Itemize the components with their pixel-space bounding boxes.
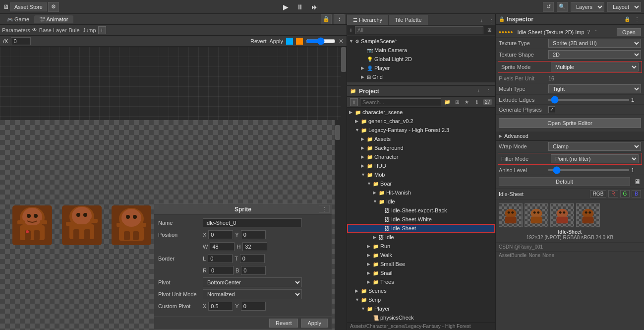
help-icon[interactable]: ?	[587, 29, 590, 35]
hierarchy-more-button[interactable]: ⋮	[487, 17, 495, 25]
proj-character-scene[interactable]: ▶ 📁 character_scene	[347, 108, 495, 117]
left-panel-scrollbar[interactable]	[341, 47, 347, 330]
sample-scene-item[interactable]: ▼ ⚙ SampleScene*	[347, 37, 495, 46]
settings-button[interactable]: ⚙	[48, 2, 59, 12]
proj-snail[interactable]: ▶ 📁 Snail	[347, 268, 495, 277]
project-folder-icon[interactable]: 📁	[443, 98, 451, 106]
step-button[interactable]: ⏭	[309, 3, 320, 11]
project-add-button[interactable]: +	[474, 87, 482, 95]
r-channel-button[interactable]: R	[608, 190, 618, 198]
proj-trees[interactable]: ▶ 📁 Trees	[347, 277, 495, 286]
inspector-lock-button[interactable]: 🔒	[623, 15, 631, 23]
sprite-more-button[interactable]: ⋮	[319, 205, 330, 213]
lock-button[interactable]: 🔒	[321, 14, 332, 24]
filter-mode-select[interactable]: Point (no filter)	[551, 154, 639, 163]
opacity-slider[interactable]	[306, 37, 336, 45]
proj-boar[interactable]: ▼ 📁 Boar	[347, 179, 495, 188]
pause-button[interactable]: ⏸	[294, 3, 305, 11]
generate-physics-checkbox[interactable]	[548, 106, 555, 113]
w-input[interactable]	[210, 242, 234, 251]
project-toolbar-add[interactable]: +	[350, 98, 358, 106]
more-options-button[interactable]: ⋮	[334, 14, 345, 24]
hierarchy-search-input[interactable]	[355, 26, 483, 34]
proj-physics-check[interactable]: 📜 physicsCheck	[347, 313, 495, 322]
pivot-select[interactable]: BottomCenter	[203, 277, 302, 287]
b-channel-button[interactable]: B	[632, 190, 641, 198]
play-button[interactable]: ▶	[281, 3, 291, 11]
layers-dropdown[interactable]: Layers	[571, 2, 604, 12]
proj-assets[interactable]: ▶ 📁 Assets	[347, 134, 495, 143]
sprite-revert-button[interactable]: Revert	[269, 319, 298, 328]
proj-idle-sheet[interactable]: 🖼 Idle-Sheet	[347, 224, 495, 233]
project-more-button[interactable]: ⋮	[484, 87, 492, 95]
pivot-unit-select[interactable]: Normalized	[203, 289, 302, 299]
texture-shape-select[interactable]: 2D	[548, 50, 641, 59]
proj-idle-folder[interactable]: ▶ 🖼 Idle	[347, 233, 495, 242]
proj-scrip[interactable]: ▼ 📁 Scrip	[347, 295, 495, 304]
player-item[interactable]: ▶ 👤 Player	[347, 64, 495, 72]
eye-icon[interactable]: 👁	[32, 27, 37, 33]
add-button[interactable]: +	[98, 26, 106, 34]
apply-button[interactable]: Apply	[269, 38, 283, 44]
h-input[interactable]	[242, 242, 267, 251]
sprite-apply-button[interactable]: Apply	[301, 319, 328, 328]
sprite-mode-select[interactable]: Multiple	[551, 63, 639, 71]
aniso-level-slider[interactable]	[548, 169, 629, 171]
proj-player[interactable]: ▼ 📁 Player	[347, 304, 495, 313]
hierarchy-expand-button[interactable]: ⊞	[485, 26, 493, 34]
layout-dropdown[interactable]: Layout	[607, 2, 641, 12]
proj-hud[interactable]: ▶ 📁 HUD	[347, 161, 495, 170]
history-button[interactable]: ↺	[543, 2, 554, 12]
wrap-mode-select[interactable]: Clamp	[548, 142, 641, 151]
game-tab[interactable]: 🎮 Game	[2, 15, 34, 23]
proj-walk[interactable]: ▶ 📁 Walk	[347, 251, 495, 260]
pos-x-input[interactable]	[208, 230, 233, 239]
asset-store-button[interactable]: Asset Store	[10, 2, 47, 11]
custom-x-input[interactable]	[208, 302, 233, 311]
proj-hit-vanish[interactable]: ▶ 📁 Hit-Vanish	[347, 188, 495, 197]
border-r-input[interactable]	[209, 266, 234, 275]
grid-item[interactable]: ▶ ⊞ Grid	[347, 72, 495, 81]
proj-run[interactable]: ▶ 📁 Run	[347, 242, 495, 251]
texture-type-select[interactable]: Sprite (2D and UI)	[548, 39, 641, 48]
proj-generic-char[interactable]: ▶ 📁 generic_char_v0.2	[347, 117, 495, 126]
rgb-button[interactable]: RGB	[590, 190, 607, 198]
animator-tab[interactable]: 🎬 Animator	[34, 15, 73, 23]
proj-mob[interactable]: ▼ 📁 Mob	[347, 170, 495, 179]
inspector-settings-icon[interactable]: ⋮	[592, 28, 600, 36]
border-l-input[interactable]	[208, 254, 233, 263]
project-info-icon[interactable]: ℹ	[473, 98, 481, 106]
custom-y-input[interactable]	[241, 302, 266, 311]
revert-button[interactable]: Revert	[250, 38, 266, 44]
global-light-item[interactable]: 💡 Global Light 2D	[347, 55, 495, 64]
mesh-type-select[interactable]: Tight	[548, 84, 641, 93]
proj-idle-export-back[interactable]: 🖼 Idle-Sheet-export-Back	[347, 206, 495, 215]
proj-idle[interactable]: ▼ 📁 Idle	[347, 197, 495, 206]
x-input[interactable]	[11, 37, 31, 45]
hierarchy-add-button[interactable]: +	[477, 17, 485, 25]
open-button[interactable]: Open	[617, 28, 641, 36]
proj-legacy-fantasy[interactable]: ▼ 📁 Legacy-Fantasy - High Forest 2.3	[347, 126, 495, 134]
border-t-input[interactable]	[240, 254, 265, 263]
hierarchy-tab[interactable]: ☰ Hierarchy	[347, 15, 389, 25]
project-search-input[interactable]	[360, 98, 441, 106]
search-icon-button[interactable]: 🔍	[557, 2, 568, 12]
border-b-input[interactable]	[241, 266, 266, 275]
proj-character[interactable]: ▶ 📁 Character	[347, 152, 495, 161]
proj-scenes[interactable]: ▶ 📁 Scenes	[347, 286, 495, 295]
project-grid-icon[interactable]: ⊞	[453, 98, 461, 106]
sprite-scrollbar[interactable]	[335, 120, 341, 330]
default-button[interactable]: Default	[499, 177, 630, 186]
main-camera-item[interactable]: 📷 Main Camera	[347, 46, 495, 55]
proj-small-bee[interactable]: ▶ 📁 Small Bee	[347, 260, 495, 268]
tile-palette-tab[interactable]: Tile Palette	[389, 15, 428, 25]
g-channel-button[interactable]: G	[620, 190, 630, 198]
open-sprite-editor-button[interactable]: Open Sprite Editor	[499, 118, 641, 128]
project-star-icon[interactable]: ★	[463, 98, 471, 106]
inspector-more-button[interactable]: ⋮	[633, 15, 641, 23]
advanced-section[interactable]: ▶ Advanced	[496, 132, 644, 141]
extrude-edges-slider[interactable]	[548, 99, 629, 101]
proj-background[interactable]: ▶ 📁 Background	[347, 143, 495, 152]
close-button[interactable]: ✕	[339, 38, 344, 45]
pos-y-input[interactable]	[241, 230, 266, 239]
